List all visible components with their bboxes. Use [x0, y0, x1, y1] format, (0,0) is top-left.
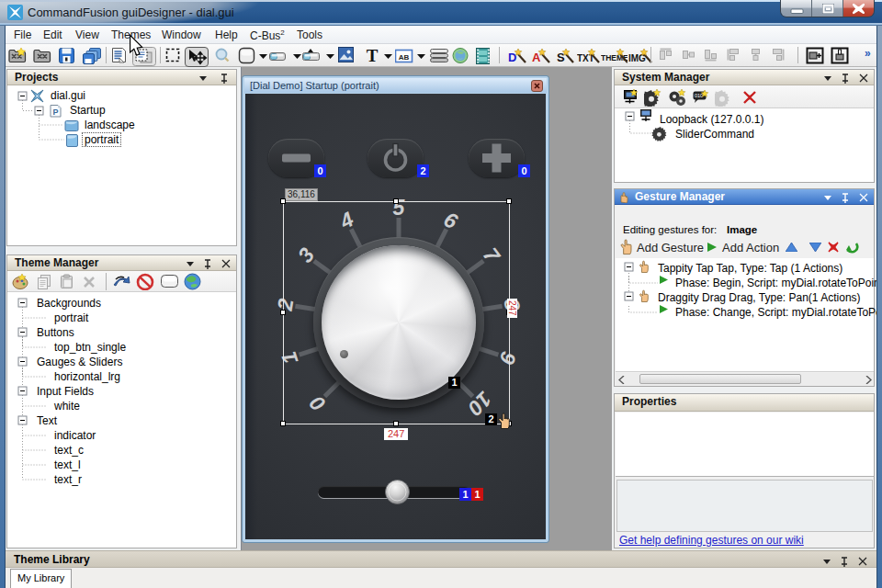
svg-text:AB: AB	[399, 53, 410, 62]
svg-text:P: P	[53, 107, 59, 117]
svg-text:010: 010	[695, 93, 703, 98]
svg-text:T: T	[367, 47, 379, 65]
svg-text:D: D	[508, 51, 516, 64]
svg-text:»: »	[865, 47, 871, 60]
